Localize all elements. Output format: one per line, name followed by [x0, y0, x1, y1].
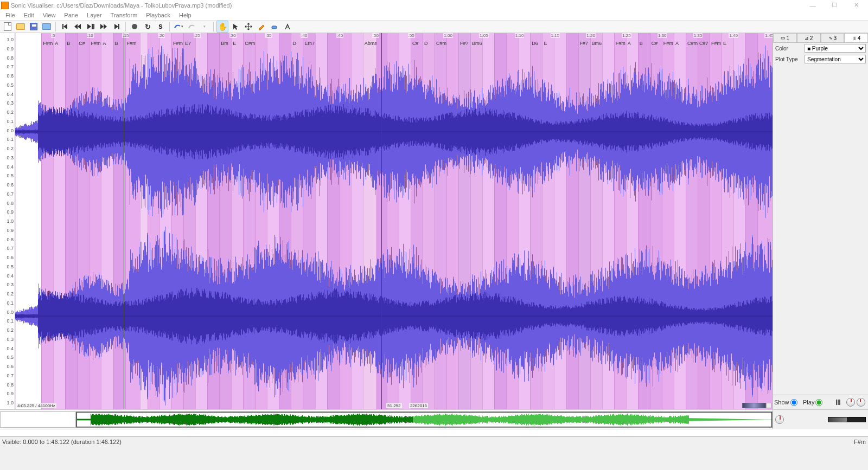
save-button[interactable]: [28, 21, 40, 33]
pan-dial[interactable]: [857, 398, 865, 407]
menu-pane[interactable]: Pane: [60, 12, 82, 18]
plot-type-label: Plot Type: [775, 56, 802, 62]
playback-params-button[interactable]: [832, 396, 844, 408]
color-label: Color: [775, 46, 802, 51]
gain-dial[interactable]: [846, 398, 855, 407]
app-icon: [1, 2, 9, 9]
toolbar: ↻ S ▾ ▾ ✋: [0, 20, 868, 33]
rewind-start-button[interactable]: [59, 21, 71, 33]
solo-toggle[interactable]: S: [155, 21, 167, 33]
zoom-wheel[interactable]: [742, 403, 771, 408]
navigate-tool[interactable]: ✋: [216, 21, 228, 33]
rewind-button[interactable]: [72, 21, 84, 33]
measure-tool[interactable]: [282, 21, 293, 33]
draw-tool[interactable]: [256, 21, 267, 33]
layer-tab-3[interactable]: ∿ 3: [821, 33, 845, 42]
move-tool[interactable]: [242, 21, 254, 33]
level-meter: [828, 417, 866, 422]
layer-property-panel: ▭ 1⊿ 2∿ 3⫼ 4 Color ■ Purple Plot Type Se…: [773, 33, 868, 409]
menu-layer[interactable]: Layer: [82, 12, 106, 18]
import-audio-button[interactable]: [41, 21, 53, 33]
overview-bar: [0, 409, 868, 429]
close-button[interactable]: ✕: [845, 0, 867, 10]
constrain-playback-toggle[interactable]: ▾: [173, 21, 184, 33]
record-button[interactable]: [129, 21, 141, 33]
select-tool[interactable]: [229, 21, 241, 33]
layer-tabs: ▭ 1⊿ 2∿ 3⫼ 4: [773, 33, 868, 43]
menu-transform[interactable]: Transform: [106, 12, 142, 18]
play-toggle[interactable]: Play: [803, 399, 830, 406]
waveform-pane[interactable]: F#mABC#F#mABF#mF#mE7BmEC#mDEm7Abmaj7C#DC…: [15, 33, 773, 409]
menu-edit[interactable]: Edit: [20, 12, 39, 18]
layer-tab-1[interactable]: ▭ 1: [773, 33, 797, 42]
svg-rect-2: [838, 400, 839, 405]
info-rate: 4:03.225 / 44100Hz: [16, 403, 56, 408]
maximize-button[interactable]: ☐: [824, 0, 845, 10]
overview-waveform[interactable]: [76, 411, 773, 428]
info-frame: 2262016: [409, 403, 428, 408]
settings-dropdown[interactable]: ▾: [199, 21, 210, 33]
open-button[interactable]: [15, 21, 27, 33]
waveform-channel-1: [15, 40, 773, 224]
menu-view[interactable]: View: [39, 12, 60, 18]
fast-forward-button[interactable]: [98, 21, 110, 33]
svg-rect-3: [839, 400, 840, 405]
status-bar: Visible: 0.000 to 1:46.122 (duration 1:4…: [0, 436, 868, 447]
forward-end-button[interactable]: [111, 21, 123, 33]
new-session-button[interactable]: [2, 21, 14, 33]
layer-tab-4[interactable]: ⫼ 4: [844, 33, 868, 42]
overview-pre: [0, 411, 76, 428]
main-area: 1.00.90.80.70.60.50.40.30.20.10.00.10.20…: [0, 33, 868, 409]
playhead-centre[interactable]: [381, 33, 382, 409]
align-button[interactable]: [186, 21, 197, 33]
playhead-inner[interactable]: [124, 33, 124, 409]
loop-toggle[interactable]: ↻: [142, 21, 154, 33]
footer-spacer: [0, 429, 868, 436]
show-toggle[interactable]: Show: [774, 399, 801, 406]
menu-help[interactable]: Help: [175, 12, 196, 18]
menu-file[interactable]: File: [1, 12, 20, 18]
y-axis: 1.00.90.80.70.60.50.40.30.20.10.00.10.20…: [0, 33, 15, 409]
plot-type-select[interactable]: Segmentation: [805, 55, 866, 63]
layer-tab-2[interactable]: ⊿ 2: [797, 33, 821, 42]
menu-bar: FileEditViewPaneLayerTransformPlaybackHe…: [0, 10, 868, 20]
menu-playback[interactable]: Playback: [142, 12, 175, 18]
window-title: Sonic Visualiser: c:/Users/Diaz/Download…: [11, 2, 232, 9]
color-select[interactable]: ■ Purple: [805, 44, 866, 53]
svg-rect-0: [272, 26, 277, 29]
play-pause-button[interactable]: [85, 21, 97, 33]
minimize-button[interactable]: —: [802, 0, 824, 10]
svg-rect-1: [836, 400, 837, 405]
speed-dial[interactable]: [775, 415, 784, 424]
info-time: 51.292: [386, 403, 401, 408]
status-chord: F#m: [854, 439, 866, 445]
erase-tool[interactable]: [269, 21, 280, 33]
title-bar: Sonic Visualiser: c:/Users/Diaz/Download…: [0, 0, 868, 10]
status-visible-range: Visible: 0.000 to 1:46.122 (duration 1:4…: [2, 439, 122, 445]
waveform-channel-2: [15, 224, 773, 408]
